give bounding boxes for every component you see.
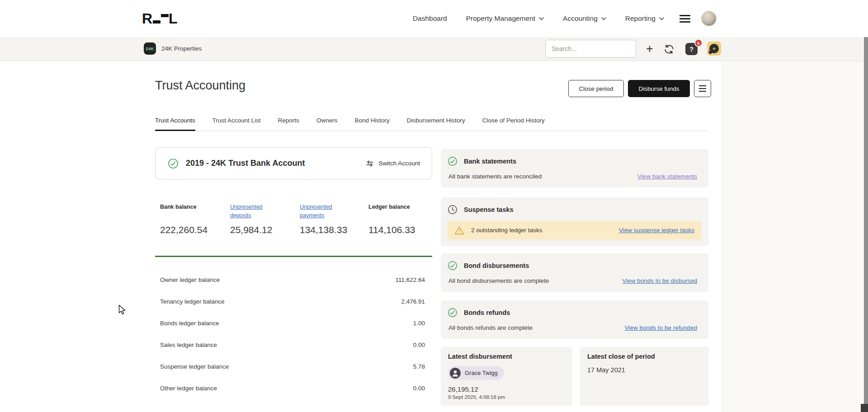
ledger-row: Suspense ledger balance5.78 bbox=[155, 356, 432, 377]
primary-nav: Dashboard Property Management Accounting… bbox=[413, 0, 717, 37]
property-badge: 24K bbox=[144, 42, 156, 55]
disbursement-amount: 26,195.12 bbox=[448, 385, 565, 393]
ledger-balance-value: 114,106.33 bbox=[368, 225, 415, 235]
card-title: Bank statements bbox=[464, 158, 516, 165]
cursor-icon bbox=[118, 304, 127, 316]
clock-icon bbox=[448, 205, 458, 215]
scrollbar[interactable] bbox=[864, 37, 868, 412]
menu-icon[interactable] bbox=[679, 15, 690, 23]
ledger-row: Other ledger balance0.00 bbox=[155, 377, 432, 399]
latest-disbursement-card: Latest disbursement Grace Twigg 26,195.1… bbox=[441, 347, 572, 406]
ledger-total-row: Total ledger balance114,106.33 bbox=[155, 405, 432, 412]
scrollbar-corner bbox=[861, 404, 868, 412]
tab-bond-history[interactable]: Bond History bbox=[354, 117, 389, 131]
property-name: 24K Properties bbox=[161, 45, 202, 52]
card-message: All bank statements are reconciled bbox=[448, 173, 542, 180]
ledger-row: Tenancy ledger balance2,476.91 bbox=[155, 290, 432, 312]
latest-close-of-period-card: Latest close of period 17 May 2021 bbox=[580, 347, 709, 406]
check-circle-icon bbox=[448, 156, 458, 166]
switch-account-button[interactable]: Switch Account bbox=[365, 160, 420, 167]
search-input[interactable] bbox=[545, 40, 636, 58]
tab-trust-account-list[interactable]: Trust Account List bbox=[212, 117, 261, 131]
unpresented-deposits-value: 25,984.12 bbox=[230, 225, 272, 235]
unpresented-payments-value: 134,138.33 bbox=[300, 225, 347, 235]
account-name: 2019 - 24K Trust Bank Account bbox=[186, 159, 305, 168]
check-circle-icon bbox=[448, 308, 458, 318]
ledger-row: Owner ledger balance111,622.64 bbox=[155, 269, 432, 290]
card-title: Bonds refunds bbox=[464, 309, 510, 316]
card-title: Latest disbursement bbox=[448, 353, 565, 360]
plus-icon[interactable]: + bbox=[643, 41, 656, 57]
bond-disbursements-card: Bond disbursements All bond disbursement… bbox=[441, 253, 709, 292]
nav-item-property-management[interactable]: Property Management bbox=[466, 14, 544, 23]
check-circle-icon bbox=[168, 158, 179, 169]
suspense-alert: 2 outstanding ledger tasks View suspense… bbox=[448, 221, 702, 239]
view-bank-statements-link[interactable]: View bank statements bbox=[637, 173, 697, 180]
property-switcher[interactable]: 24K 24K Properties bbox=[144, 42, 202, 55]
nav-item-reporting[interactable]: Reporting bbox=[625, 14, 664, 23]
avatar[interactable] bbox=[701, 11, 717, 26]
warning-icon bbox=[454, 226, 464, 235]
ledger-row: Bonds ledger balance1.00 bbox=[155, 312, 432, 334]
more-actions-button[interactable] bbox=[694, 80, 711, 97]
bank-balance-label: Bank balance bbox=[160, 203, 210, 211]
refresh-icon[interactable] bbox=[663, 43, 675, 55]
nav-item-accounting[interactable]: Accounting bbox=[563, 14, 606, 23]
person-chip: Grace Twigg bbox=[448, 366, 504, 380]
card-title: Suspense tasks bbox=[464, 206, 514, 213]
ledger-row: Sales ledger balance0.00 bbox=[155, 334, 432, 356]
notification-badge: 5 bbox=[694, 39, 703, 47]
bank-balance-value: 222,260.54 bbox=[160, 225, 208, 235]
intercom-icon[interactable]: + bbox=[707, 42, 721, 56]
tab-owners[interactable]: Owners bbox=[316, 117, 338, 131]
logo-dash-icon bbox=[153, 20, 160, 23]
brand-logo[interactable]: R L bbox=[142, 10, 177, 27]
bonds-refunds-card: Bonds refunds All bonds refunds are comp… bbox=[441, 300, 709, 339]
logo-dash-icon bbox=[161, 14, 169, 17]
tab-trust-accounts[interactable]: Trust Accounts bbox=[155, 117, 195, 131]
nav-item-dashboard[interactable]: Dashboard bbox=[413, 14, 447, 23]
right-gutter bbox=[722, 61, 864, 412]
tab-bar: Trust Accounts Trust Account List Report… bbox=[155, 117, 709, 131]
person-name: Grace Twigg bbox=[465, 370, 498, 376]
tab-close-of-period-history[interactable]: Close of Period History bbox=[482, 117, 545, 131]
chevron-down-icon bbox=[539, 17, 544, 20]
chevron-down-icon bbox=[659, 17, 664, 20]
person-icon bbox=[450, 368, 461, 379]
card-message: All bonds refunds are complete bbox=[448, 324, 533, 331]
card-title: Latest close of period bbox=[587, 353, 702, 360]
page-title: Trust Accounting bbox=[155, 79, 245, 93]
tab-reports[interactable]: Reports bbox=[278, 117, 299, 131]
green-divider bbox=[155, 256, 432, 257]
card-message: All bond disbursements are complete bbox=[448, 277, 549, 284]
bank-statements-card: Bank statements All bank statements are … bbox=[441, 149, 709, 187]
disbursement-timestamp: 9 Sept 2025, 4:08:18 pm bbox=[448, 394, 565, 400]
view-bonds-to-be-refunded-link[interactable]: View bonds to be refunded bbox=[625, 324, 697, 331]
alert-message: 2 outstanding ledger tasks bbox=[471, 227, 542, 234]
property-bar bbox=[0, 37, 864, 61]
check-circle-icon bbox=[448, 261, 458, 271]
tab-disbursement-history[interactable]: Disbursement History bbox=[407, 117, 465, 131]
trust-account-card: 2019 - 24K Trust Bank Account Switch Acc… bbox=[155, 147, 432, 179]
app-window: R L Dashboard Property Management Accoun… bbox=[0, 0, 868, 412]
close-of-period-date: 17 May 2021 bbox=[587, 366, 702, 374]
card-title: Bond disbursements bbox=[464, 262, 529, 269]
view-bonds-to-be-disbursed-link[interactable]: View bonds to be disbursed bbox=[622, 277, 697, 284]
ledger-balance-label: Ledger balance bbox=[368, 203, 418, 211]
logo-letter-l: L bbox=[169, 10, 177, 27]
chevron-down-icon bbox=[601, 17, 606, 20]
switch-icon bbox=[365, 160, 374, 167]
unpresented-deposits-link[interactable]: Unpresented deposits bbox=[230, 203, 274, 220]
suspense-tasks-card: Suspense tasks 2 outstanding ledger task… bbox=[441, 197, 709, 246]
view-suspense-ledger-tasks-link[interactable]: View suspense ledger tasks bbox=[619, 227, 694, 234]
close-period-button[interactable]: Close period bbox=[568, 80, 624, 97]
top-nav: R L Dashboard Property Management Accoun… bbox=[0, 0, 864, 37]
disburse-funds-button[interactable]: Disburse funds bbox=[628, 80, 690, 97]
logo-letter-r: R bbox=[142, 10, 152, 27]
unpresented-payments-link[interactable]: Unpresented payments bbox=[300, 203, 343, 220]
